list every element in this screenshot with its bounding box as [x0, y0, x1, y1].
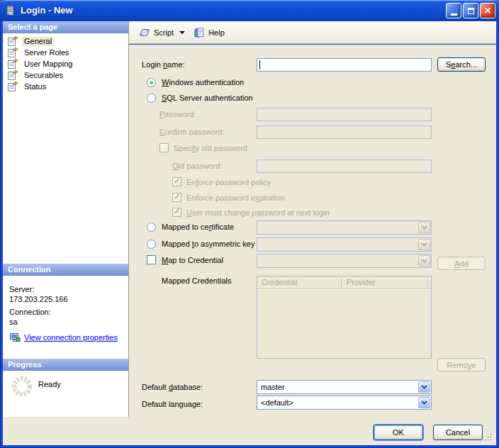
connection-label: Connection: [9, 308, 51, 316]
login-name-label: Login name: [142, 60, 185, 69]
close-icon: ✕ [484, 6, 491, 16]
footer: OK Cancel [3, 417, 496, 445]
password-label: Password: [159, 110, 196, 118]
titlebar[interactable]: Login - New ✕ [0, 0, 499, 21]
sidebar-item-user-mapping[interactable]: User Mapping [7, 58, 124, 69]
login-name-input[interactable] [257, 58, 432, 72]
resize-grip[interactable] [484, 433, 494, 443]
column-header-provider: Provider [347, 278, 376, 286]
sql-authentication-label: SQL Server authentication [162, 94, 253, 102]
mapped-to-asymmetric-key-radio[interactable] [147, 240, 156, 249]
remove-button: Remove [437, 358, 486, 371]
cancel-button[interactable]: Cancel [433, 425, 483, 440]
chevron-down-icon[interactable] [418, 397, 430, 408]
sidebar-item-label: Status [22, 82, 48, 91]
enforce-password-expiration-checkbox: ✓ [172, 193, 181, 202]
mapped-credentials-table: Credential Provider [257, 276, 432, 359]
select-a-page-header: Select a page [3, 21, 128, 33]
default-language-combobox[interactable]: <default> [257, 396, 432, 410]
page-icon [7, 81, 18, 92]
password-input [257, 108, 432, 121]
confirm-password-input [257, 125, 432, 139]
sidebar-item-status[interactable]: Status [7, 81, 124, 92]
asymmetric-key-combobox [257, 237, 432, 252]
confirm-password-label: Confirm password: [159, 128, 225, 136]
minimize-button[interactable] [446, 3, 461, 18]
sidebar-item-label: Securables [22, 71, 65, 80]
default-language-label: Default language: [142, 400, 203, 408]
text-caret [259, 60, 260, 69]
ok-button[interactable]: OK [374, 425, 423, 440]
script-button[interactable]: Script [135, 25, 189, 40]
column-divider [427, 279, 428, 287]
column-header-credential: Credential [262, 278, 297, 286]
script-label: Script [154, 28, 174, 37]
connection-panel: Server: 173.203.225.166 Connection: sa V… [3, 276, 128, 359]
table-header: Credential Provider [257, 276, 431, 289]
chevron-down-icon [418, 255, 430, 267]
must-change-password-label: User must change password at next login [186, 208, 330, 217]
help-icon [194, 27, 205, 38]
minimize-icon [451, 13, 457, 16]
enforce-password-policy-label: Enforce password policy [186, 178, 271, 186]
windows-authentication-radio[interactable] [147, 78, 156, 87]
connection-properties-icon [9, 332, 21, 343]
page-icon [7, 35, 18, 47]
old-password-input [257, 159, 432, 173]
credential-combobox [257, 254, 432, 268]
maximize-icon [468, 8, 474, 14]
maximize-button[interactable] [463, 3, 478, 18]
close-button[interactable]: ✕ [480, 3, 495, 18]
windows-authentication-label: Windows authentication [162, 78, 244, 86]
must-change-password-checkbox: ✓ [172, 208, 181, 217]
sidebar-item-general[interactable]: General [7, 35, 124, 47]
search-button[interactable]: Search... [437, 57, 486, 72]
sidebar-item-label: General [22, 37, 54, 46]
certificate-combobox [257, 220, 432, 235]
map-to-credential-checkbox[interactable]: ✓ [147, 255, 156, 264]
toolbar: Script Help [129, 21, 496, 44]
mapped-to-asymmetric-key-label: Mapped to asymmetric key [162, 240, 254, 248]
sidebar-item-server-roles[interactable]: Server Roles [7, 47, 124, 58]
progress-spinner-icon [10, 374, 34, 398]
sidebar-item-securables[interactable]: Securables [7, 69, 124, 81]
chevron-down-icon [418, 222, 430, 233]
page-icon [7, 58, 18, 69]
map-to-credential-label: Map to Credential [162, 256, 223, 264]
login-new-dialog: Login - New ✕ Select a page General Serv… [0, 0, 499, 448]
page-icon [7, 69, 18, 81]
mapped-to-certificate-radio[interactable] [147, 223, 156, 232]
chevron-down-icon[interactable] [418, 381, 430, 393]
window-title: Login - New [21, 5, 73, 16]
enforce-password-expiration-label: Enforce password expiration [186, 194, 285, 202]
default-database-combobox[interactable]: master [257, 380, 432, 394]
specify-old-password-checkbox: ✓ [159, 143, 169, 152]
mapped-credentials-label: Mapped Credentials [162, 276, 231, 285]
column-divider [341, 279, 342, 287]
progress-panel: Ready [3, 371, 128, 417]
server-label: Server: [9, 285, 34, 293]
enforce-password-policy-checkbox: ✓ [172, 177, 181, 186]
server-icon [5, 5, 16, 16]
help-button[interactable]: Help [190, 25, 228, 40]
mapped-to-certificate-label: Mapped to certificate [162, 223, 234, 231]
progress-header: Progress [3, 359, 128, 371]
add-button: Add [437, 257, 486, 270]
old-password-label: Old password: [172, 162, 222, 170]
page-list-panel: General Server Roles User Mapping Secura… [3, 33, 128, 264]
connection-header: Connection [3, 264, 128, 276]
page-icon [7, 47, 18, 58]
progress-status: Ready [38, 380, 61, 388]
view-connection-properties-link[interactable]: View connection properties [24, 333, 118, 342]
help-label: Help [208, 28, 225, 37]
connection-value: sa [9, 318, 18, 326]
script-dropdown-icon [179, 31, 185, 34]
sidebar-item-label: User Mapping [22, 60, 74, 69]
script-icon [139, 27, 150, 38]
sql-authentication-radio[interactable] [147, 94, 156, 103]
server-value: 173.203.225.166 [9, 295, 68, 303]
sidebar-item-label: Server Roles [22, 48, 72, 57]
default-database-label: Default database: [142, 383, 203, 391]
general-page-form: Login name: Search... Windows authentica… [129, 45, 496, 417]
specify-old-password-label: Specify old password [174, 144, 247, 152]
